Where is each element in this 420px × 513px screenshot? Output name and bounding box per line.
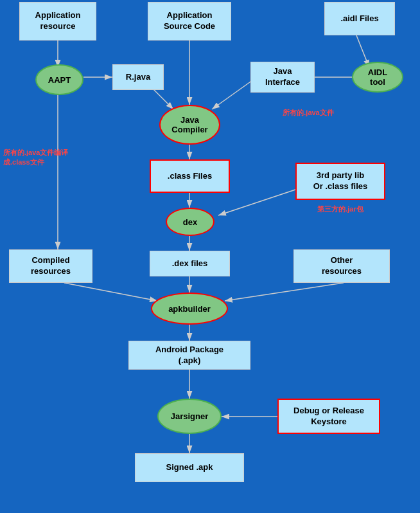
java-compiler-node: Java Compiler [159, 105, 220, 145]
apkbuilder-node: apkbuilder [151, 292, 228, 325]
java-interface-box: Java Interface [250, 62, 315, 93]
jarsigner-node: Jarsigner [157, 399, 222, 434]
other-res-box: Other resources [293, 249, 390, 283]
compiled-res-box: Compiled resources [9, 249, 92, 283]
annotation-third-party: 第三方的.jar包 [295, 204, 385, 214]
aapt-node: AAPT [35, 64, 83, 95]
r-java-box: R.java [112, 64, 164, 90]
diagram: Application resource Application Source … [0, 0, 420, 513]
aidl-files-box: .aidl Files [324, 2, 395, 35]
dex-files-box: .dex files [150, 251, 230, 276]
svg-line-13 [64, 283, 157, 301]
aidl-tool-node: AIDL tool [352, 62, 403, 93]
app-resource-box: Application resource [19, 2, 96, 40]
third-party-box: 3rd party lib Or .class files [295, 163, 385, 200]
app-source-box: Application Source Code [148, 2, 231, 40]
debug-keystore-box: Debug or Release Keystore [277, 399, 380, 434]
annotation-compile-left: 所有的.java文件编译 成.class文件 [3, 148, 96, 168]
class-files-box: .class Files [150, 159, 230, 193]
signed-apk-box: Signed .apk [135, 453, 244, 482]
android-package-box: Android Package (.apk) [128, 341, 250, 370]
annotation-java-files-right: 所有的.java文件 [267, 108, 350, 118]
dex-node: dex [166, 208, 214, 236]
svg-line-15 [225, 283, 344, 301]
